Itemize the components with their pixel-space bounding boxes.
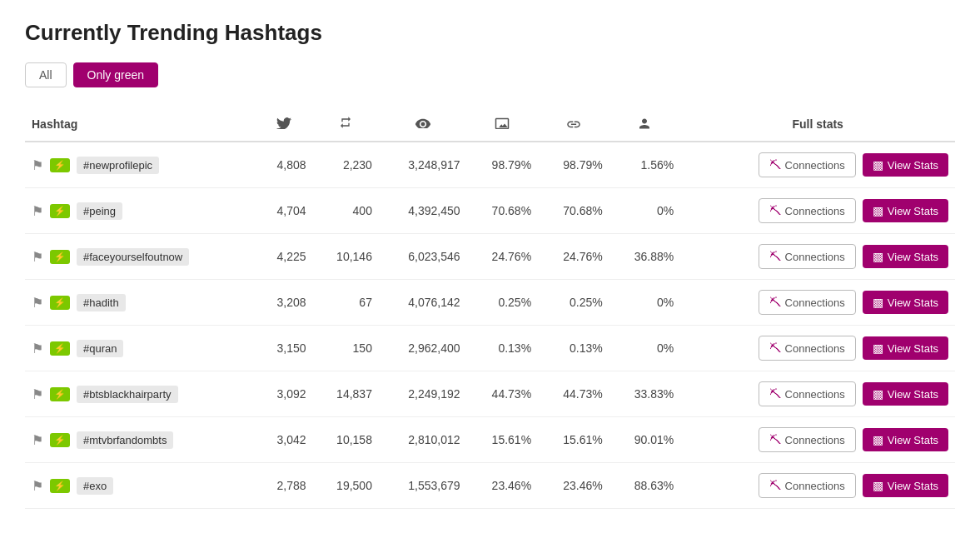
bar-chart-icon: ▩ xyxy=(873,433,883,446)
connections-label: Connections xyxy=(785,159,845,172)
connections-icon: ⛏ xyxy=(769,158,781,172)
table-row: ⚑ ⚡ #peing 4,704 400 4,392,450 70.68% 70… xyxy=(25,188,955,234)
tweets-count: 4,704 xyxy=(256,188,313,234)
retweets-count: 400 xyxy=(313,188,379,234)
users-pct: 0% xyxy=(609,188,681,234)
connections-button[interactable]: ⛏ Connections xyxy=(759,290,856,315)
view-stats-button[interactable]: ▩ View Stats xyxy=(863,199,948,222)
filter-only-green[interactable]: Only green xyxy=(73,62,158,87)
hashtag-cell-4: ⚑ ⚡ #quran xyxy=(25,326,256,371)
views-count: 3,248,917 xyxy=(379,142,467,188)
views-count: 6,023,546 xyxy=(379,234,467,280)
hashtag-label: #newprofilepic xyxy=(77,157,159,174)
views-count: 4,076,142 xyxy=(379,280,467,326)
lightning-badge: ⚡ xyxy=(50,387,70,401)
bookmark-icon[interactable]: ⚑ xyxy=(32,157,43,173)
hashtag-cell-5: ⚑ ⚡ #btsblackhairparty xyxy=(25,371,256,417)
connections-label: Connections xyxy=(785,342,845,355)
view-stats-button[interactable]: ▩ View Stats xyxy=(863,474,948,497)
retweets-count: 14,837 xyxy=(313,371,379,417)
bar-chart-icon: ▩ xyxy=(873,341,883,355)
connections-button[interactable]: ⛏ Connections xyxy=(759,473,856,498)
views-count: 2,962,400 xyxy=(379,326,467,371)
actions-cell: ⛏ Connections ▩ View Stats xyxy=(680,142,955,188)
connections-button[interactable]: ⛏ Connections xyxy=(759,244,856,269)
hashtags-table: Hashtag Full stats ⚑ xyxy=(25,107,955,509)
col-links xyxy=(538,107,609,142)
bookmark-icon[interactable]: ⚑ xyxy=(32,432,43,448)
lightning-badge: ⚡ xyxy=(50,250,70,264)
bookmark-icon[interactable]: ⚑ xyxy=(32,386,43,402)
hashtag-cell-2: ⚑ ⚡ #faceyourselfoutnow xyxy=(25,234,256,280)
table-row: ⚑ ⚡ #exo 2,788 19,500 1,553,679 23.46% 2… xyxy=(25,463,955,509)
lightning-badge: ⚡ xyxy=(50,433,70,447)
tweets-count: 4,808 xyxy=(256,142,313,188)
view-stats-button[interactable]: ▩ View Stats xyxy=(863,428,948,451)
view-stats-button[interactable]: ▩ View Stats xyxy=(863,291,948,314)
connections-button[interactable]: ⛏ Connections xyxy=(759,427,856,452)
connections-label: Connections xyxy=(785,205,845,217)
filter-all[interactable]: All xyxy=(25,62,67,87)
table-row: ⚑ ⚡ #faceyourselfoutnow 4,225 10,146 6,0… xyxy=(25,234,955,280)
links-pct: 0.13% xyxy=(538,326,609,371)
connections-icon: ⛏ xyxy=(769,479,781,492)
view-stats-label: View Stats xyxy=(888,388,938,401)
images-pct: 98.79% xyxy=(467,142,539,188)
connections-icon: ⛏ xyxy=(769,433,781,446)
bar-chart-icon: ▩ xyxy=(873,158,883,172)
links-pct: 24.76% xyxy=(538,234,609,280)
tweets-count: 3,092 xyxy=(256,371,313,417)
retweets-count: 150 xyxy=(313,326,379,371)
view-stats-button[interactable]: ▩ View Stats xyxy=(863,245,948,268)
hashtag-label: #mtvbrfandombts xyxy=(77,431,173,449)
view-stats-label: View Stats xyxy=(888,296,938,309)
table-header-row: Hashtag Full stats xyxy=(25,107,955,142)
connections-button[interactable]: ⛏ Connections xyxy=(759,381,856,406)
links-pct: 0.25% xyxy=(538,280,609,326)
bookmark-icon[interactable]: ⚑ xyxy=(32,295,43,311)
connections-label: Connections xyxy=(785,480,845,492)
users-pct: 88.63% xyxy=(609,463,681,509)
view-stats-label: View Stats xyxy=(888,159,938,172)
hashtag-label: #faceyourselfoutnow xyxy=(77,248,189,266)
lightning-badge: ⚡ xyxy=(50,296,70,310)
images-pct: 24.76% xyxy=(467,234,539,280)
filter-bar: All Only green xyxy=(25,62,955,87)
connections-icon: ⛏ xyxy=(769,250,781,263)
bar-chart-icon: ▩ xyxy=(873,296,883,309)
lightning-badge: ⚡ xyxy=(50,479,70,493)
users-pct: 0% xyxy=(609,280,681,326)
view-stats-label: View Stats xyxy=(888,480,938,492)
view-stats-button[interactable]: ▩ View Stats xyxy=(863,336,948,360)
bookmark-icon[interactable]: ⚑ xyxy=(32,203,43,219)
connections-button[interactable]: ⛏ Connections xyxy=(759,198,856,223)
bookmark-icon[interactable]: ⚑ xyxy=(32,249,43,265)
col-views xyxy=(379,107,467,142)
retweets-count: 10,146 xyxy=(313,234,379,280)
table-row: ⚑ ⚡ #quran 3,150 150 2,962,400 0.13% 0.1… xyxy=(25,326,955,371)
actions-cell: ⛏ Connections ▩ View Stats xyxy=(680,188,955,234)
lightning-badge: ⚡ xyxy=(50,204,70,218)
view-stats-button[interactable]: ▩ View Stats xyxy=(863,382,948,406)
col-images xyxy=(467,107,539,142)
bookmark-icon[interactable]: ⚑ xyxy=(32,478,43,494)
retweets-count: 2,230 xyxy=(313,142,379,188)
connections-button[interactable]: ⛏ Connections xyxy=(759,336,856,361)
bookmark-icon[interactable]: ⚑ xyxy=(32,341,43,356)
lightning-badge: ⚡ xyxy=(50,341,70,356)
users-pct: 1.56% xyxy=(609,142,681,188)
links-pct: 44.73% xyxy=(538,371,609,417)
tweets-count: 2,788 xyxy=(256,463,313,509)
connections-button[interactable]: ⛏ Connections xyxy=(759,152,856,177)
hashtag-cell-1: ⚑ ⚡ #peing xyxy=(25,188,256,234)
bar-chart-icon: ▩ xyxy=(873,387,883,401)
col-users xyxy=(609,107,681,142)
hashtag-label: #btsblackhairparty xyxy=(77,386,178,403)
hashtag-cell-7: ⚑ ⚡ #exo xyxy=(25,463,256,509)
retweets-count: 19,500 xyxy=(313,463,379,509)
links-pct: 15.61% xyxy=(538,417,609,463)
view-stats-button[interactable]: ▩ View Stats xyxy=(863,153,948,177)
connections-icon: ⛏ xyxy=(769,341,781,355)
col-retweets xyxy=(313,107,379,142)
connections-label: Connections xyxy=(785,296,845,309)
